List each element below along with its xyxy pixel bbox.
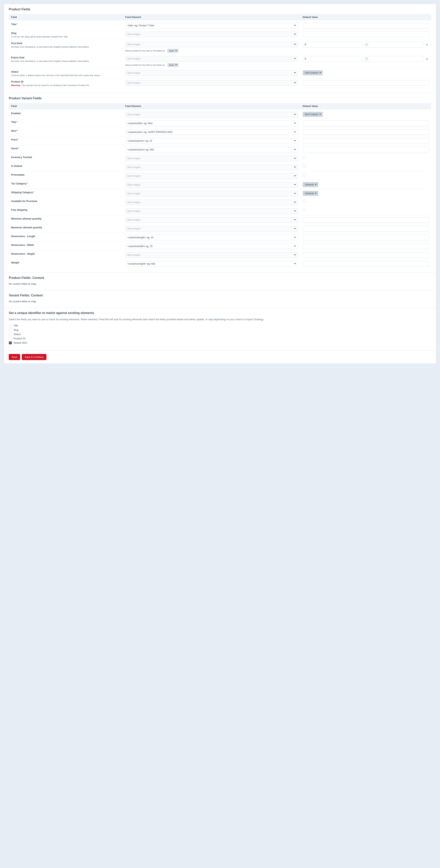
label-freeshipping: Free Shipping	[11, 209, 27, 211]
desc-productid: This should only be used for an existing…	[21, 84, 90, 87]
default-isdefault-checkbox[interactable]	[303, 164, 306, 167]
variant-fields-section: Product Variant Fields Field Feed Elemen…	[4, 93, 436, 273]
default-enabled-select[interactable]: Don't import	[303, 112, 323, 117]
feed-select-expirydate[interactable]: Don't import	[125, 56, 298, 61]
required-icon: *	[16, 129, 18, 132]
format-label-postdate: Data provided for this field is formatte…	[125, 50, 165, 52]
feed-select-taxcategory[interactable]: Don't import	[125, 182, 298, 188]
warning-productid: Warning:	[11, 84, 21, 87]
feed-select-minqty[interactable]: Don't import	[125, 217, 298, 223]
label-weight: Weight	[11, 261, 19, 264]
product-fields-table: Field Feed Element Default Value Title* …	[9, 14, 431, 88]
default-maxqty[interactable]	[303, 226, 429, 231]
unique-slug-checkbox[interactable]	[9, 329, 12, 332]
default-length[interactable]	[303, 235, 429, 240]
default-price[interactable]	[303, 138, 429, 144]
col-default-header: Default Value	[300, 14, 431, 21]
feed-select-width[interactable]: <variants/width> eg: 25	[125, 244, 298, 249]
default-productid[interactable]	[303, 80, 429, 86]
unique-productid-checkbox[interactable]	[9, 337, 12, 340]
default-title[interactable]	[303, 23, 429, 28]
row-width: Dimensions - Width <variants/width> eg: …	[9, 242, 431, 250]
feed-select-weight[interactable]: <variants/weight> eg: 500	[125, 261, 298, 267]
unique-desc: Select the fields you want to use to che…	[9, 317, 431, 321]
label-sku: SKU	[11, 130, 16, 132]
label-isdefault: Is Default	[11, 165, 22, 167]
unique-section: Set a unique identifier to match against…	[4, 308, 436, 350]
feed-select-status[interactable]: Don't import	[125, 70, 298, 76]
label-postdate: Post Date	[11, 42, 23, 45]
default-available-checkbox[interactable]	[303, 199, 306, 203]
date-input-postdate[interactable]: 🗓	[303, 42, 362, 48]
row-price: Price* <variants/price> eg: 15	[9, 136, 431, 145]
feed-select-freeshipping[interactable]: Don't import	[125, 209, 298, 214]
default-slug[interactable]	[303, 32, 429, 37]
default-weight[interactable]	[303, 261, 429, 267]
default-height[interactable]	[303, 252, 429, 258]
default-taxcategory-select[interactable]: General	[303, 182, 318, 187]
unique-title-label: Title	[13, 324, 18, 327]
feed-select-title[interactable]: <title> eg: Printed T-Shirt	[125, 23, 298, 28]
feed-select-stock[interactable]: <variants/stock> eg: 500	[125, 147, 298, 152]
required-icon: *	[18, 147, 19, 150]
unique-status-checkbox[interactable]	[9, 333, 12, 336]
feed-select-inventory[interactable]: Don't import	[125, 156, 298, 161]
label-height: Dimensions - Height	[11, 252, 35, 255]
format-select-postdate[interactable]: Auto	[167, 49, 179, 53]
default-sku[interactable]	[303, 129, 429, 135]
feed-select-height[interactable]: Don't import	[125, 252, 298, 258]
label-maxqty: Maximum allowed quantity	[11, 226, 42, 229]
clear-postdate-icon[interactable]: ✕	[425, 43, 429, 46]
label-expirydate: Expiry Date	[11, 56, 25, 59]
feed-select-length[interactable]: <variants/length> eg: 10	[125, 235, 298, 240]
feed-select-available[interactable]: Don't import	[125, 199, 298, 205]
default-minqty[interactable]	[303, 217, 429, 223]
feed-select-productid[interactable]: Don't import	[125, 80, 298, 86]
required-icon: *	[16, 121, 18, 124]
default-inventory-checkbox[interactable]	[303, 156, 306, 159]
unique-title: Set a unique identifier to match against…	[9, 311, 431, 315]
default-status-select[interactable]: Don't import	[303, 70, 323, 75]
row-status: StatusChoose either a default status fro…	[9, 68, 431, 78]
unique-productid-label: Product ID	[13, 337, 25, 340]
format-select-expirydate[interactable]: Auto	[167, 63, 179, 67]
feed-select-sku[interactable]: <variants/sku> eg: SHIRT-PRINTED-RED	[125, 129, 298, 135]
time-input-postdate[interactable]: 🕐	[364, 42, 424, 48]
clear-expirydate-icon[interactable]: ✕	[425, 57, 429, 61]
default-shippingcategory-select[interactable]: General	[303, 191, 318, 196]
product-content-text: No custom fields to map.	[9, 282, 431, 285]
col-field-header: Field	[9, 14, 123, 21]
row-enabled: Enabled Don't import Don't import	[9, 110, 431, 119]
row-inventory: Inventory Tracked Don't import	[9, 154, 431, 162]
unique-title-checkbox[interactable]	[9, 324, 12, 327]
feed-select-enabled[interactable]: Don't import	[125, 112, 298, 117]
feed-select-shippingcategory[interactable]: Don't import	[125, 191, 298, 196]
feed-select-isdefault[interactable]: Don't import	[125, 164, 298, 170]
row-height: Dimensions - Height Don't import	[9, 250, 431, 259]
default-stock[interactable]	[303, 147, 429, 152]
feed-select-slug[interactable]: Don't import	[125, 32, 298, 37]
feed-select-price[interactable]: <variants/price> eg: 15	[125, 138, 298, 144]
save-button[interactable]: Save	[9, 354, 20, 360]
required-icon: *	[33, 191, 34, 194]
unique-variantsku-checkbox[interactable]	[9, 341, 12, 344]
feed-select-vtitle[interactable]: <variants/title> eg: Red	[125, 121, 298, 126]
unique-slug-label: Slug	[13, 329, 19, 331]
default-promotable-checkbox[interactable]	[303, 173, 306, 177]
default-width[interactable]	[303, 244, 429, 249]
default-freeshipping-checkbox[interactable]	[303, 209, 306, 212]
format-label-expirydate: Data provided for this field is formatte…	[125, 64, 165, 66]
label-available: Available for Purchase	[11, 200, 37, 203]
row-shippingcategory: Shipping Category* Don't import General	[9, 189, 431, 198]
variant-content-text: No custom fields to map.	[9, 300, 431, 303]
feed-select-maxqty[interactable]: Don't import	[125, 226, 298, 231]
feed-select-postdate[interactable]: Don't import	[125, 42, 298, 47]
label-enabled: Enabled	[11, 112, 21, 115]
time-input-expirydate[interactable]: 🕐	[364, 56, 424, 62]
save-continue-button[interactable]: Save & Continue	[22, 354, 46, 360]
date-input-expirydate[interactable]: 🗓	[303, 56, 362, 62]
row-vtitle: Title* <variants/title> eg: Red	[9, 119, 431, 127]
row-sku: SKU* <variants/sku> eg: SHIRT-PRINTED-RE…	[9, 127, 431, 136]
feed-select-promotable[interactable]: Don't import	[125, 173, 298, 179]
default-vtitle[interactable]	[303, 121, 429, 126]
